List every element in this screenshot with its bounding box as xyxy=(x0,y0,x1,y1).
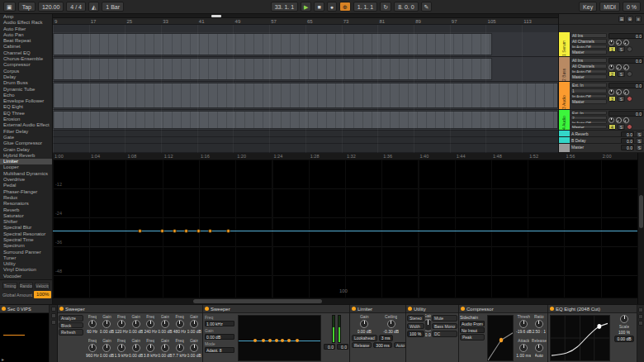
routing-chooser[interactable]: 2 xyxy=(571,116,607,120)
ceiling-knob[interactable] xyxy=(387,320,395,328)
browser-item[interactable]: Auto Pan xyxy=(0,32,52,38)
param-value[interactable]: Adapt. 8 xyxy=(205,347,234,353)
routing-chooser[interactable]: In Auto Off xyxy=(571,69,607,74)
browser-item[interactable]: Erosion xyxy=(0,117,52,122)
sweeper-graph[interactable] xyxy=(238,315,321,361)
time-signature[interactable]: 4 / 4 xyxy=(66,2,86,12)
browser-item[interactable]: Spectral Blur xyxy=(0,225,52,231)
scale-knob[interactable] xyxy=(620,315,628,323)
arm-button[interactable] xyxy=(627,71,632,77)
loop-start-display[interactable]: 1. 1. 1 xyxy=(353,2,377,12)
compressor-transfer-display[interactable] xyxy=(487,315,514,361)
macro-control[interactable]: Gain0.00 dB xyxy=(100,313,115,337)
automation-breakpoint[interactable] xyxy=(226,229,230,233)
browser-item[interactable]: Audio Effect Rack xyxy=(0,20,52,26)
fold-arrow-icon[interactable]: ▸ xyxy=(2,356,4,362)
macro-control[interactable]: Gain0.00 dB xyxy=(100,337,115,361)
gain-knob[interactable] xyxy=(425,319,431,331)
optimize-width-icon[interactable]: ⊞ xyxy=(618,16,625,22)
browser-item[interactable]: Saturator xyxy=(0,213,52,219)
solo-button[interactable]: S xyxy=(636,138,643,144)
macro-dial[interactable] xyxy=(102,320,111,328)
clip-activator-led[interactable] xyxy=(2,307,6,311)
send-a-knob[interactable] xyxy=(615,88,623,97)
tap-tempo-button[interactable]: Tap xyxy=(18,2,36,12)
track-color-bar[interactable] xyxy=(559,131,570,136)
device-collapse-icon[interactable] xyxy=(638,314,643,319)
global-amount-slider[interactable]: 100% xyxy=(34,291,51,298)
sweeper-activator-led[interactable] xyxy=(205,307,209,311)
param-value[interactable]: 0.00 dB xyxy=(205,334,234,340)
show-chains-icon[interactable] xyxy=(51,313,56,318)
browser-item[interactable]: Overdrive xyxy=(0,177,52,183)
auto-release-button[interactable]: Auto xyxy=(394,342,405,349)
solo-button[interactable]: S xyxy=(636,131,643,137)
macro-control[interactable]: Gain0.00 dB xyxy=(158,337,173,361)
browser-item[interactable]: Limiter xyxy=(0,159,52,164)
browser-item[interactable]: Spectral Resonator xyxy=(0,231,52,237)
width-value[interactable]: 100 % xyxy=(407,331,424,337)
show-macros-icon[interactable] xyxy=(51,307,56,312)
routing-chooser[interactable]: In Auto Off xyxy=(571,94,607,99)
macro-control[interactable]: Freq240 Hz xyxy=(144,313,159,337)
arm-button[interactable] xyxy=(627,46,632,52)
browser-item[interactable]: Vocoder xyxy=(0,274,52,279)
solo-button[interactable]: S xyxy=(618,124,625,130)
macro-dial[interactable] xyxy=(190,320,198,328)
macro-dial[interactable] xyxy=(88,320,97,328)
arrangement-clip[interactable] xyxy=(53,33,492,55)
send-b-knob[interactable] xyxy=(623,39,631,47)
midi-overdub-button[interactable]: ⊕ xyxy=(339,2,351,12)
browser-item[interactable]: Chorus-Ensemble xyxy=(0,56,52,62)
arrangement-clip[interactable] xyxy=(53,58,492,80)
envelope-display[interactable]: 100 -12-24-36-48 xyxy=(53,160,637,298)
browser-item[interactable]: Reverb xyxy=(0,207,52,213)
automation-breakpoint[interactable] xyxy=(197,229,201,233)
browser-item[interactable]: EQ Eight xyxy=(0,104,52,110)
compressor-param[interactable]: Ratio2.50 : 1 xyxy=(532,313,547,337)
browser-item[interactable]: Phaser-Flanger xyxy=(0,189,52,195)
draw-mode-icon[interactable]: ✎ xyxy=(421,2,433,12)
track-volume[interactable]: 0.0 xyxy=(621,138,634,144)
browser-item[interactable]: EQ Three xyxy=(0,111,52,117)
track-color-bar[interactable]: 2 Bass xyxy=(559,57,570,81)
sweeper-breakpoint[interactable] xyxy=(296,339,299,342)
browser-item[interactable]: Spectrum xyxy=(0,243,52,249)
macro-control[interactable]: Freq960 Hz xyxy=(85,337,100,361)
eq-curve-display[interactable] xyxy=(550,315,610,361)
vscroll-handle[interactable] xyxy=(639,195,643,228)
compressor-param[interactable]: Attack1.00 ms xyxy=(516,337,532,361)
envelope-mode-chooser[interactable]: Peak xyxy=(460,334,485,341)
track-volume[interactable]: 0.0 xyxy=(608,111,643,117)
browser-item[interactable]: Gate xyxy=(0,135,52,141)
solo-button[interactable]: S xyxy=(618,71,625,77)
param-dial[interactable] xyxy=(519,320,528,328)
browser-item[interactable]: Envelope Follower xyxy=(0,98,52,104)
arm-button[interactable] xyxy=(627,124,632,130)
release-value[interactable]: 300 ms xyxy=(373,342,391,349)
macro-dial[interactable] xyxy=(132,344,140,352)
utility-dc-button[interactable]: DC xyxy=(432,331,457,337)
macro-dial[interactable] xyxy=(176,320,184,328)
track-activator[interactable]: 1 xyxy=(608,46,616,52)
automation-breakpoint[interactable] xyxy=(138,229,142,233)
envelope-vscrollbar[interactable] xyxy=(637,153,644,304)
browser-item[interactable]: Grain Delay xyxy=(0,147,52,153)
send-a-knob[interactable] xyxy=(615,39,623,47)
rack-activator-led[interactable] xyxy=(59,307,64,311)
macro-dial[interactable] xyxy=(176,344,184,352)
send-b-knob[interactable] xyxy=(623,88,631,97)
routing-chooser[interactable]: Master xyxy=(571,99,607,104)
macro-control[interactable]: Freq1.9 kHz xyxy=(114,337,129,361)
quantization-menu[interactable]: 1 Bar xyxy=(102,2,124,12)
show-devices-icon[interactable] xyxy=(51,320,56,325)
stop-button[interactable]: ■ xyxy=(314,2,324,12)
rack-block-button[interactable]: Block xyxy=(59,322,83,329)
utility-mute-button[interactable]: Mute xyxy=(432,315,457,322)
solo-button[interactable]: S xyxy=(618,96,625,102)
routing-chooser[interactable]: All Ins xyxy=(571,33,607,38)
play-button[interactable]: ▶ xyxy=(301,2,311,12)
sweeper-breakpoint[interactable] xyxy=(268,339,272,342)
sweeper-breakpoint[interactable] xyxy=(275,339,278,342)
browser-item[interactable]: Cabinet xyxy=(0,44,52,50)
